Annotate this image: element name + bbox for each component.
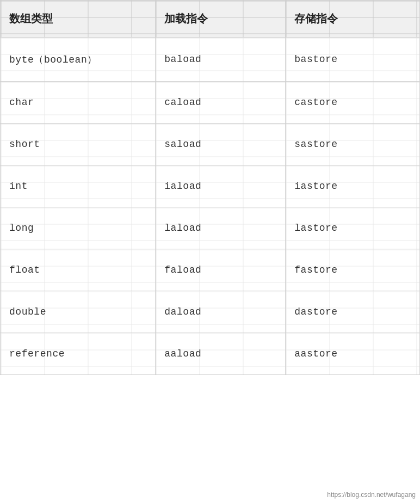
cell-store-instr: aastore — [286, 333, 420, 375]
cell-store-instr: fastore — [286, 249, 420, 291]
table-row: referenceaaloadaastore — [1, 333, 420, 375]
cell-store-instr: sastore — [286, 124, 420, 165]
cell-load-instr: saload — [156, 124, 286, 165]
array-instructions-table: 数组类型 加载指令 存储指令 byte（boolean）baloadbastor… — [0, 0, 420, 375]
cell-array-type: double — [1, 291, 156, 333]
cell-load-instr: daload — [156, 291, 286, 333]
cell-load-instr: aaload — [156, 333, 286, 375]
cell-store-instr: lastore — [286, 207, 420, 249]
table-row: floatfaloadfastore — [1, 249, 420, 291]
cell-store-instr: iastore — [286, 165, 420, 207]
table-row: longlaloadlastore — [1, 207, 420, 249]
cell-array-type: byte（boolean） — [1, 38, 156, 82]
header-load-instr: 加载指令 — [156, 1, 286, 38]
header-array-type: 数组类型 — [1, 1, 156, 38]
header-store-instr: 存储指令 — [286, 1, 420, 38]
table-row: intialoadiastore — [1, 165, 420, 207]
cell-array-type: short — [1, 124, 156, 165]
table-row: charcaloadcastore — [1, 82, 420, 124]
cell-array-type: reference — [1, 333, 156, 375]
table-row: doubledaloaddastore — [1, 291, 420, 333]
cell-array-type: char — [1, 82, 156, 124]
table-row: shortsaloadsastore — [1, 124, 420, 165]
cell-load-instr: baload — [156, 38, 286, 82]
cell-store-instr: bastore — [286, 38, 420, 82]
cell-array-type: float — [1, 249, 156, 291]
table-header-row: 数组类型 加载指令 存储指令 — [1, 1, 420, 38]
cell-array-type: int — [1, 165, 156, 207]
cell-load-instr: laload — [156, 207, 286, 249]
cell-array-type: long — [1, 207, 156, 249]
cell-load-instr: caload — [156, 82, 286, 124]
table-row: byte（boolean）baloadbastore — [1, 38, 420, 82]
cell-load-instr: faload — [156, 249, 286, 291]
cell-store-instr: castore — [286, 82, 420, 124]
cell-load-instr: iaload — [156, 165, 286, 207]
cell-store-instr: dastore — [286, 291, 420, 333]
